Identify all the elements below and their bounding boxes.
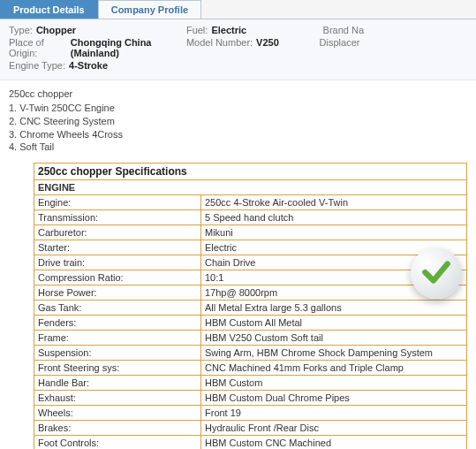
detail-fuel: Fuel: Electric (186, 25, 320, 35)
detail-value: V250 (256, 37, 279, 58)
detail-label: Model Number: (186, 37, 253, 58)
verified-badge (411, 247, 462, 299)
spec-value: HBM Custom CNC Machined (201, 436, 467, 449)
spec-container: 250cc chopper Specifications ENGINE Engi… (34, 163, 467, 449)
table-row: Handle Bar:HBM Custom (34, 376, 467, 391)
desc-item: 1. V-Twin 250CC Engine (9, 102, 467, 115)
tab-bar: Product Details Company Profile (0, 0, 476, 19)
tab-company-profile[interactable]: Company Profile (98, 0, 201, 19)
detail-label: Fuel: (186, 25, 208, 35)
detail-engine-type: Engine Type: 4-Stroke (9, 60, 221, 71)
spec-key: Horse Power: (34, 285, 201, 301)
spec-table: ENGINE Engine:250cc 4-Stroke Air-cooled … (34, 179, 467, 449)
spec-value: Swing Arm, HBM Chrome Shock Dampening Sy… (201, 346, 467, 361)
spec-value: All Metal Extra large 5.3 gallons (201, 301, 467, 316)
table-row: Starter:Electric (34, 240, 467, 255)
detail-label: Type: (9, 25, 33, 35)
spec-key: Exhaust: (34, 391, 201, 406)
spec-key: Fenders: (34, 316, 201, 331)
spec-value: 250cc 4-Stroke Air-cooled V-Twin (201, 195, 467, 210)
detail-value: 4-Stroke (69, 60, 108, 71)
table-row: Foot Controls:HBM Custom CNC Machined (34, 436, 467, 449)
product-description: 250cc chopper 1. V-Twin 250CC Engine 2. … (0, 80, 476, 163)
product-top-details: Type: Chopper Fuel: Electric Brand Na Pl… (0, 19, 476, 80)
spec-key: Starter: (34, 240, 201, 255)
table-row: Brakes:Hydraulic Front /Rear Disc (34, 421, 467, 436)
spec-value: Mikuni (201, 225, 467, 240)
detail-displacement: Displacer (320, 37, 467, 58)
spec-key: Foot Controls: (34, 436, 201, 449)
table-row: Engine:250cc 4-Stroke Air-cooled V-Twin (34, 195, 467, 210)
table-row: Wheels:Front 19 (34, 406, 467, 421)
desc-item: 3. Chrome Wheels 4Cross (9, 128, 467, 141)
desc-title: 250cc chopper (9, 88, 467, 101)
detail-model: Model Number: V250 (186, 37, 320, 58)
spec-value: HBM Custom Dual Chrome Pipes (201, 391, 467, 406)
spec-value: CNC Machined 41mm Forks and Triple Clamp (201, 361, 467, 376)
spec-key: Frame: (34, 331, 201, 346)
spec-value: Front 19 (201, 406, 467, 421)
table-row: Frame:HBM V250 Custom Soft tail (34, 331, 467, 346)
table-row: Fenders:HBM Custom All Metal (34, 316, 467, 331)
spec-key: Drive train: (34, 255, 201, 270)
detail-value-cut: Displacer (320, 37, 360, 58)
table-row: Horse Power:17hp@ 8000rpm (34, 285, 467, 301)
table-row: Drive train:Chain Drive (34, 255, 467, 270)
table-row: Suspension:Swing Arm, HBM Chrome Shock D… (34, 346, 467, 361)
spec-key: Carburetor: (34, 225, 201, 240)
table-row: Gas Tank:All Metal Extra large 5.3 gallo… (34, 301, 467, 316)
detail-label: Place of Origin: (9, 37, 67, 58)
spec-key: Handle Bar: (34, 376, 201, 391)
spec-value: Hydraulic Front /Rear Disc (201, 421, 467, 436)
spec-key: Suspension: (34, 346, 201, 361)
detail-value-cut: Brand Na (323, 25, 364, 35)
desc-item: 4. Soft Tail (9, 141, 467, 154)
spec-key: Front Steering sys: (34, 361, 201, 376)
tab-product-details[interactable]: Product Details (0, 0, 98, 19)
detail-value: Chopper (36, 25, 76, 35)
spec-key: Wheels: (34, 406, 201, 421)
table-row: Transmission:5 Speed hand clutch (34, 210, 467, 225)
spec-title: 250cc chopper Specifications (34, 163, 467, 179)
detail-label: Engine Type: (9, 60, 65, 71)
spec-value: HBM Custom (201, 376, 467, 391)
detail-origin: Place of Origin: Chongqing China (Mainla… (9, 37, 186, 58)
table-row: Front Steering sys:CNC Machined 41mm For… (34, 361, 467, 376)
detail-value: Electric (211, 25, 246, 35)
desc-item: 2. CNC Steering System (9, 115, 467, 128)
detail-brand: Brand Na (320, 25, 467, 35)
detail-value: Chongqing China (Mainland) (71, 37, 186, 58)
spec-key: Engine: (34, 195, 201, 210)
checkmark-icon (419, 255, 453, 291)
spec-key: Transmission: (34, 210, 201, 225)
spec-value: 5 Speed hand clutch (201, 210, 467, 225)
spec-value: HBM Custom All Metal (201, 316, 467, 331)
spec-value: HBM V250 Custom Soft tail (201, 331, 467, 346)
spec-key: Brakes: (34, 421, 201, 436)
spec-section-header: ENGINE (34, 180, 467, 195)
table-row: Carburetor:Mikuni (34, 225, 467, 240)
spec-body: Engine:250cc 4-Stroke Air-cooled V-TwinT… (34, 195, 467, 449)
spec-key: Compression Ratio: (34, 270, 201, 285)
detail-type: Type: Chopper (9, 25, 186, 35)
spec-key: Gas Tank: (34, 301, 201, 316)
table-row: Compression Ratio:10:1 (34, 270, 467, 285)
table-row: Exhaust:HBM Custom Dual Chrome Pipes (34, 391, 467, 406)
